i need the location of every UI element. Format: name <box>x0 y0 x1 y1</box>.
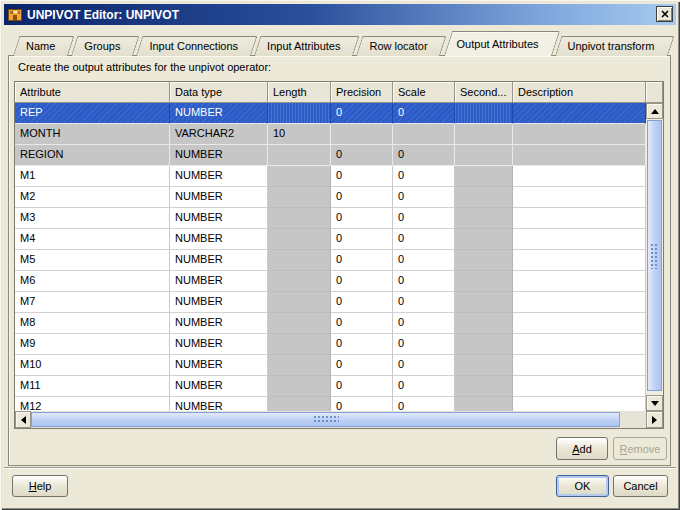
cell-scale[interactable]: 0 <box>393 397 455 411</box>
cell-data-type[interactable]: NUMBER <box>170 187 268 208</box>
cell-scale[interactable]: 0 <box>393 166 455 187</box>
tab-name[interactable]: Name <box>13 36 68 56</box>
cell-data-type[interactable]: NUMBER <box>170 271 268 292</box>
tab-groups[interactable]: Groups <box>71 36 133 56</box>
cell-precision[interactable]: 0 <box>331 229 393 250</box>
cell-attribute[interactable]: M3 <box>15 208 170 229</box>
cell-description[interactable] <box>513 271 646 292</box>
cell-precision[interactable]: 0 <box>331 166 393 187</box>
row-m5[interactable]: M5NUMBER00 <box>15 250 646 271</box>
cell-description[interactable] <box>513 250 646 271</box>
cell-description[interactable] <box>513 376 646 397</box>
row-m4[interactable]: M4NUMBER00 <box>15 229 646 250</box>
add-button[interactable]: Add <box>556 437 608 460</box>
cell-attribute[interactable]: M7 <box>15 292 170 313</box>
cell-data-type[interactable]: NUMBER <box>170 334 268 355</box>
cell-attribute[interactable]: M12 <box>15 397 170 411</box>
row-rep[interactable]: REPNUMBER00 <box>15 103 646 124</box>
cell-attribute[interactable]: REP <box>15 103 170 124</box>
tab-unpivot-transform[interactable]: Unpivot transform <box>555 36 668 56</box>
cell-data-type[interactable]: NUMBER <box>170 250 268 271</box>
cell-precision[interactable]: 0 <box>331 103 393 124</box>
horizontal-scrollbar[interactable] <box>15 411 663 428</box>
row-m12[interactable]: M12NUMBER00 <box>15 397 646 411</box>
cell-scale[interactable]: 0 <box>393 250 455 271</box>
row-m2[interactable]: M2NUMBER00 <box>15 187 646 208</box>
title-bar[interactable]: UNPIVOT Editor: UNPIVOT <box>4 4 676 25</box>
scroll-up-icon[interactable] <box>646 103 663 119</box>
cell-scale[interactable]: 0 <box>393 229 455 250</box>
help-button[interactable]: Help <box>12 475 68 497</box>
cell-description[interactable] <box>513 355 646 376</box>
cell-attribute[interactable]: M11 <box>15 376 170 397</box>
tab-input-attributes[interactable]: Input Attributes <box>254 36 353 56</box>
cell-precision[interactable]: 0 <box>331 355 393 376</box>
row-month[interactable]: MONTHVARCHAR210 <box>15 124 646 145</box>
cell-description[interactable] <box>513 313 646 334</box>
cell-attribute[interactable]: M9 <box>15 334 170 355</box>
scroll-right-icon[interactable] <box>646 411 663 428</box>
ok-button[interactable]: OK <box>556 475 609 497</box>
scroll-left-icon[interactable] <box>15 411 31 428</box>
row-m9[interactable]: M9NUMBER00 <box>15 334 646 355</box>
cell-precision[interactable]: 0 <box>331 187 393 208</box>
cell-scale[interactable]: 0 <box>393 271 455 292</box>
cell-data-type[interactable]: NUMBER <box>170 166 268 187</box>
cell-attribute[interactable]: M10 <box>15 355 170 376</box>
scroll-down-icon[interactable] <box>646 395 663 411</box>
row-m3[interactable]: M3NUMBER00 <box>15 208 646 229</box>
cell-data-type[interactable]: NUMBER <box>170 397 268 411</box>
cell-scale[interactable]: 0 <box>393 313 455 334</box>
cell-scale[interactable]: 0 <box>393 187 455 208</box>
cell-description[interactable] <box>513 334 646 355</box>
row-m10[interactable]: M10NUMBER00 <box>15 355 646 376</box>
cell-attribute[interactable]: M6 <box>15 271 170 292</box>
close-icon[interactable] <box>656 6 673 22</box>
cell-description[interactable] <box>513 208 646 229</box>
cell-attribute[interactable]: M1 <box>15 166 170 187</box>
cell-precision[interactable]: 0 <box>331 313 393 334</box>
cell-data-type[interactable]: NUMBER <box>170 208 268 229</box>
cell-attribute[interactable]: M4 <box>15 229 170 250</box>
cell-data-type[interactable]: NUMBER <box>170 229 268 250</box>
row-region[interactable]: REGIONNUMBER00 <box>15 145 646 166</box>
cell-scale[interactable]: 0 <box>393 292 455 313</box>
vertical-scroll-thumb[interactable] <box>647 120 662 391</box>
cell-description[interactable] <box>513 397 646 411</box>
tab-input-connections[interactable]: Input Connections <box>136 36 251 56</box>
cell-scale[interactable]: 0 <box>393 208 455 229</box>
cell-attribute[interactable]: M5 <box>15 250 170 271</box>
cell-precision[interactable]: 0 <box>331 208 393 229</box>
cell-attribute[interactable]: M8 <box>15 313 170 334</box>
cancel-button[interactable]: Cancel <box>613 475 668 497</box>
cell-scale[interactable]: 0 <box>393 103 455 124</box>
cell-data-type[interactable]: NUMBER <box>170 376 268 397</box>
cell-data-type[interactable]: NUMBER <box>170 292 268 313</box>
row-m6[interactable]: M6NUMBER00 <box>15 271 646 292</box>
tab-row-locator[interactable]: Row locator <box>356 36 440 56</box>
cell-description[interactable] <box>513 103 646 124</box>
cell-attribute[interactable]: M2 <box>15 187 170 208</box>
cell-data-type[interactable]: NUMBER <box>170 313 268 334</box>
cell-description[interactable] <box>513 166 646 187</box>
cell-description[interactable] <box>513 187 646 208</box>
cell-scale[interactable]: 0 <box>393 355 455 376</box>
row-m1[interactable]: M1NUMBER00 <box>15 166 646 187</box>
cell-precision[interactable]: 0 <box>331 250 393 271</box>
cell-precision[interactable]: 0 <box>331 376 393 397</box>
cell-data-type[interactable]: NUMBER <box>170 103 268 124</box>
cell-scale[interactable]: 0 <box>393 334 455 355</box>
cell-description[interactable] <box>513 229 646 250</box>
cell-description[interactable] <box>513 292 646 313</box>
row-m7[interactable]: M7NUMBER00 <box>15 292 646 313</box>
row-m11[interactable]: M11NUMBER00 <box>15 376 646 397</box>
cell-precision[interactable]: 0 <box>331 397 393 411</box>
cell-scale[interactable]: 0 <box>393 376 455 397</box>
tab-output-attributes[interactable]: Output Attributes <box>444 31 552 56</box>
cell-data-type[interactable]: NUMBER <box>170 355 268 376</box>
vertical-scrollbar[interactable] <box>646 103 663 411</box>
cell-precision[interactable]: 0 <box>331 292 393 313</box>
row-m8[interactable]: M8NUMBER00 <box>15 313 646 334</box>
horizontal-scroll-thumb[interactable] <box>31 412 620 427</box>
cell-precision[interactable]: 0 <box>331 334 393 355</box>
